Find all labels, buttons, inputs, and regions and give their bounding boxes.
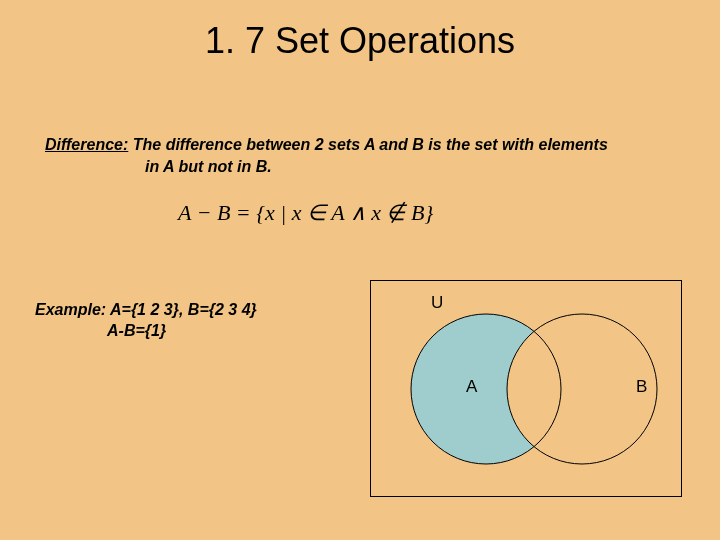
difference-region — [411, 314, 561, 464]
venn-diagram-box: U A B — [370, 280, 682, 497]
slide-title: 1. 7 Set Operations — [0, 0, 720, 62]
definition-rest: The difference between 2 sets A and B is… — [128, 136, 608, 153]
definition-term: Difference: — [45, 136, 128, 153]
definition-text: Difference: The difference between 2 set… — [45, 135, 680, 178]
definition-line2: in A but not in B. — [45, 157, 680, 178]
universal-set-label: U — [431, 293, 443, 313]
example-text: Example: A={1 2 3}, B={2 3 4} A-B={1} — [35, 300, 257, 342]
set-b-label: B — [636, 377, 647, 397]
example-line2: A-B={1} — [35, 321, 257, 342]
set-a-label: A — [466, 377, 477, 397]
set-difference-formula: A − B = {x | x ∈ A ∧ x ∉ B} — [178, 200, 433, 226]
venn-diagram — [371, 281, 681, 496]
example-line1: Example: A={1 2 3}, B={2 3 4} — [35, 301, 257, 318]
